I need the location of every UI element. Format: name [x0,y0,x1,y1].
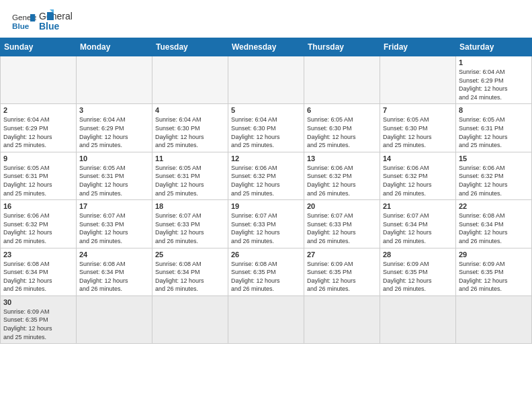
day-number: 9 [3,154,73,163]
day-number: 1 [459,58,529,66]
day-info: Sunrise: 6:08 AMSunset: 6:34 PMDaylight:… [459,212,529,245]
day-number: 21 [383,202,453,210]
page-header: General Blue General Blue [0,0,532,38]
calendar-cell: 12Sunrise: 6:06 AMSunset: 6:32 PMDayligh… [228,152,304,199]
calendar-cell [77,56,152,104]
header-monday: Monday [77,38,152,56]
day-number: 15 [459,154,529,163]
calendar-cell [77,295,152,343]
calendar-cell [380,56,456,104]
day-info: Sunrise: 6:09 AMSunset: 6:35 PMDaylight:… [459,260,529,293]
calendar-cell: 7Sunrise: 6:05 AMSunset: 6:30 PMDaylight… [380,104,456,152]
day-info: Sunrise: 6:06 AMSunset: 6:32 PMDaylight:… [3,212,73,245]
day-number: 10 [79,154,149,163]
day-info: Sunrise: 6:07 AMSunset: 6:33 PMDaylight:… [155,212,225,245]
day-number: 29 [459,250,529,259]
calendar-cell: 8Sunrise: 6:05 AMSunset: 6:31 PMDaylight… [456,104,532,152]
calendar-cell [228,295,304,343]
calendar-cell [380,295,456,343]
day-number: 6 [307,106,377,114]
day-number: 25 [155,250,225,259]
day-info: Sunrise: 6:05 AMSunset: 6:31 PMDaylight:… [79,164,149,197]
svg-text:Blue: Blue [12,21,30,30]
calendar-cell: 19Sunrise: 6:07 AMSunset: 6:33 PMDayligh… [228,200,304,248]
calendar-cell [304,295,380,343]
calendar-cell: 10Sunrise: 6:05 AMSunset: 6:31 PMDayligh… [77,152,152,199]
calendar-cell: 27Sunrise: 6:09 AMSunset: 6:35 PMDayligh… [304,248,380,295]
week-row-2: 2Sunrise: 6:04 AMSunset: 6:29 PMDaylight… [1,104,532,152]
calendar-cell: 14Sunrise: 6:06 AMSunset: 6:32 PMDayligh… [380,152,456,199]
day-info: Sunrise: 6:08 AMSunset: 6:34 PMDaylight:… [3,260,73,293]
day-number: 17 [79,202,149,210]
day-number: 16 [3,202,73,210]
day-number: 5 [231,106,301,114]
calendar-cell: 4Sunrise: 6:04 AMSunset: 6:30 PMDaylight… [152,104,228,152]
day-info: Sunrise: 6:09 AMSunset: 6:35 PMDaylight:… [307,260,377,293]
day-number: 26 [231,250,301,259]
calendar-cell: 24Sunrise: 6:08 AMSunset: 6:34 PMDayligh… [77,248,152,295]
calendar-cell: 11Sunrise: 6:05 AMSunset: 6:31 PMDayligh… [152,152,228,199]
day-info: Sunrise: 6:08 AMSunset: 6:34 PMDaylight:… [79,260,149,293]
calendar-cell: 20Sunrise: 6:07 AMSunset: 6:33 PMDayligh… [304,200,380,248]
day-info: Sunrise: 6:06 AMSunset: 6:32 PMDaylight:… [307,164,377,197]
calendar-cell: 28Sunrise: 6:09 AMSunset: 6:35 PMDayligh… [380,248,456,295]
day-number: 28 [383,250,453,259]
day-info: Sunrise: 6:05 AMSunset: 6:31 PMDaylight:… [3,164,73,197]
day-number: 20 [307,202,377,210]
day-info: Sunrise: 6:04 AMSunset: 6:29 PMDaylight:… [3,116,73,149]
day-info: Sunrise: 6:04 AMSunset: 6:30 PMDaylight:… [231,116,301,149]
header-wednesday: Wednesday [228,38,304,56]
day-info: Sunrise: 6:09 AMSunset: 6:35 PMDaylight:… [383,260,453,293]
day-info: Sunrise: 6:07 AMSunset: 6:33 PMDaylight:… [79,212,149,245]
day-number: 7 [383,106,453,114]
header-sunday: Sunday [1,38,77,56]
calendar-cell: 23Sunrise: 6:08 AMSunset: 6:34 PMDayligh… [1,248,77,295]
calendar-cell: 13Sunrise: 6:06 AMSunset: 6:32 PMDayligh… [304,152,380,199]
calendar-cell [152,295,228,343]
day-info: Sunrise: 6:09 AMSunset: 6:35 PMDaylight:… [3,308,73,341]
calendar-cell: 25Sunrise: 6:08 AMSunset: 6:34 PMDayligh… [152,248,228,295]
calendar-cell [1,56,77,104]
logo: General Blue General Blue [12,9,54,34]
day-number: 4 [155,106,225,114]
day-info: Sunrise: 6:05 AMSunset: 6:31 PMDaylight:… [155,164,225,197]
day-info: Sunrise: 6:04 AMSunset: 6:29 PMDaylight:… [79,116,149,149]
day-number: 27 [307,250,377,259]
day-info: Sunrise: 6:05 AMSunset: 6:30 PMDaylight:… [307,116,377,149]
day-number: 14 [383,154,453,163]
calendar-cell: 17Sunrise: 6:07 AMSunset: 6:33 PMDayligh… [77,200,152,248]
week-row-1: 1Sunrise: 6:04 AMSunset: 6:29 PMDaylight… [1,56,532,104]
calendar-cell: 29Sunrise: 6:09 AMSunset: 6:35 PMDayligh… [456,248,532,295]
calendar-cell: 9Sunrise: 6:05 AMSunset: 6:31 PMDaylight… [1,152,77,199]
calendar-cell [152,56,228,104]
day-info: Sunrise: 6:05 AMSunset: 6:31 PMDaylight:… [459,116,529,149]
svg-marker-4 [47,12,54,20]
day-info: Sunrise: 6:07 AMSunset: 6:33 PMDaylight:… [307,212,377,245]
day-info: Sunrise: 6:08 AMSunset: 6:35 PMDaylight:… [231,260,301,293]
calendar-header-row: SundayMondayTuesdayWednesdayThursdayFrid… [1,38,532,56]
day-info: Sunrise: 6:06 AMSunset: 6:32 PMDaylight:… [459,164,529,197]
day-number: 23 [3,250,73,259]
header-friday: Friday [380,38,456,56]
header-saturday: Saturday [456,38,532,56]
calendar-cell: 21Sunrise: 6:07 AMSunset: 6:34 PMDayligh… [380,200,456,248]
calendar-cell [304,56,380,104]
day-number: 12 [231,154,301,163]
calendar-cell: 26Sunrise: 6:08 AMSunset: 6:35 PMDayligh… [228,248,304,295]
header-tuesday: Tuesday [152,38,228,56]
week-row-5: 23Sunrise: 6:08 AMSunset: 6:34 PMDayligh… [1,248,532,295]
calendar-cell: 3Sunrise: 6:04 AMSunset: 6:29 PMDaylight… [77,104,152,152]
calendar-cell [228,56,304,104]
calendar-cell: 5Sunrise: 6:04 AMSunset: 6:30 PMDaylight… [228,104,304,152]
calendar-cell: 2Sunrise: 6:04 AMSunset: 6:29 PMDaylight… [1,104,77,152]
day-info: Sunrise: 6:04 AMSunset: 6:29 PMDaylight:… [459,68,529,101]
week-row-3: 9Sunrise: 6:05 AMSunset: 6:31 PMDaylight… [1,152,532,199]
calendar-cell: 15Sunrise: 6:06 AMSunset: 6:32 PMDayligh… [456,152,532,199]
week-row-4: 16Sunrise: 6:06 AMSunset: 6:32 PMDayligh… [1,200,532,248]
day-info: Sunrise: 6:04 AMSunset: 6:30 PMDaylight:… [155,116,225,149]
day-number: 18 [155,202,225,210]
calendar-cell: 30Sunrise: 6:09 AMSunset: 6:35 PMDayligh… [1,295,77,343]
day-info: Sunrise: 6:07 AMSunset: 6:34 PMDaylight:… [383,212,453,245]
header-thursday: Thursday [304,38,380,56]
day-number: 22 [459,202,529,210]
